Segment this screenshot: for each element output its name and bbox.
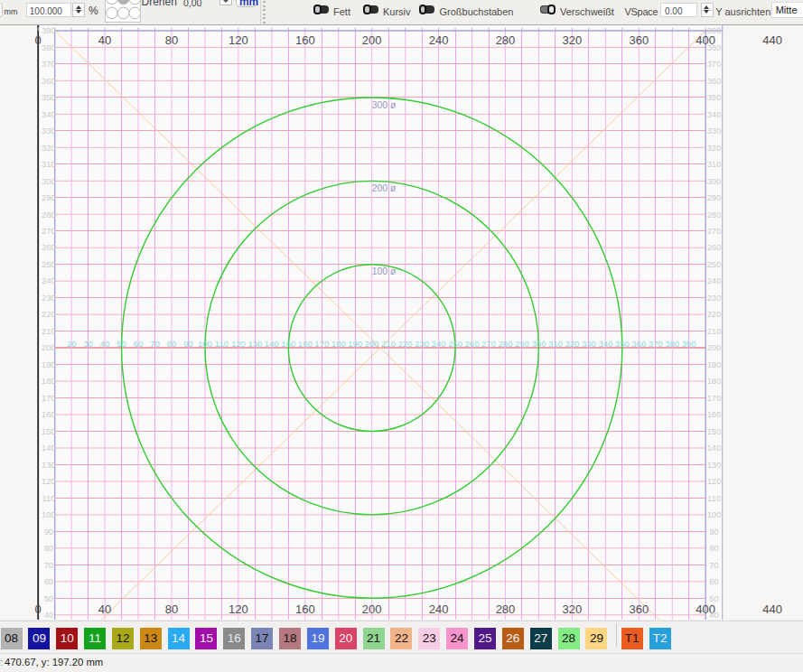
svg-text:370: 370 <box>649 339 663 349</box>
svg-text:300: 300 <box>532 339 546 349</box>
svg-text:130: 130 <box>707 461 722 470</box>
svg-text:390: 390 <box>707 26 722 35</box>
svg-text:160: 160 <box>707 410 722 419</box>
svg-text:270: 270 <box>481 339 496 349</box>
svg-text:280: 280 <box>707 210 722 219</box>
svg-text:100: 100 <box>198 339 212 349</box>
svg-text:440: 440 <box>762 33 782 47</box>
svg-text:110: 110 <box>42 494 55 503</box>
svg-text:160: 160 <box>42 410 56 419</box>
svg-text:100 ø: 100 ø <box>372 266 397 276</box>
svg-text:40: 40 <box>44 611 53 620</box>
svg-text:120: 120 <box>231 339 246 349</box>
svg-text:380: 380 <box>707 43 722 52</box>
svg-text:50: 50 <box>117 339 126 349</box>
svg-text:80: 80 <box>165 33 178 47</box>
svg-text:70: 70 <box>709 561 718 570</box>
svg-text:370: 370 <box>42 60 56 69</box>
svg-text:80: 80 <box>709 544 718 553</box>
svg-text:180: 180 <box>707 377 722 386</box>
svg-text:160: 160 <box>298 339 313 349</box>
svg-text:130: 130 <box>247 339 262 349</box>
svg-text:150: 150 <box>42 427 56 436</box>
svg-text:230: 230 <box>415 339 429 349</box>
svg-text:190: 190 <box>42 360 56 369</box>
svg-text:360: 360 <box>631 339 646 349</box>
svg-text:250: 250 <box>42 260 56 269</box>
svg-text:110: 110 <box>215 339 229 349</box>
svg-text:80: 80 <box>44 544 53 553</box>
svg-text:210: 210 <box>42 327 56 336</box>
svg-text:360: 360 <box>629 602 649 616</box>
svg-text:200 ø: 200 ø <box>372 182 397 193</box>
svg-text:440: 440 <box>762 602 782 616</box>
svg-text:100: 100 <box>707 510 722 519</box>
svg-text:140: 140 <box>265 339 279 349</box>
svg-text:240: 240 <box>429 33 449 47</box>
svg-text:40: 40 <box>709 611 718 620</box>
svg-text:320: 320 <box>565 339 579 349</box>
svg-text:30: 30 <box>83 339 93 349</box>
svg-text:270: 270 <box>42 227 56 236</box>
svg-text:330: 330 <box>42 126 56 135</box>
svg-text:300 ø: 300 ø <box>372 99 397 110</box>
svg-text:170: 170 <box>42 394 56 403</box>
svg-text:320: 320 <box>563 602 583 616</box>
svg-text:20: 20 <box>67 339 77 349</box>
svg-text:100: 100 <box>42 510 56 519</box>
svg-text:220: 220 <box>398 339 413 349</box>
svg-text:190: 190 <box>707 360 722 369</box>
svg-text:360: 360 <box>42 77 56 86</box>
svg-text:240: 240 <box>707 276 722 285</box>
svg-text:340: 340 <box>707 110 722 119</box>
svg-text:390: 390 <box>42 26 56 35</box>
svg-text:160: 160 <box>295 602 315 616</box>
svg-text:0: 0 <box>35 602 42 616</box>
svg-text:260: 260 <box>707 243 722 252</box>
svg-text:170: 170 <box>707 394 722 403</box>
svg-text:40: 40 <box>98 602 111 616</box>
svg-text:320: 320 <box>707 144 722 153</box>
svg-text:200: 200 <box>365 339 379 349</box>
svg-text:290: 290 <box>42 193 56 202</box>
svg-text:250: 250 <box>707 260 722 269</box>
svg-text:200: 200 <box>362 602 382 616</box>
svg-text:180: 180 <box>331 339 346 349</box>
svg-text:160: 160 <box>295 33 315 47</box>
svg-text:190: 190 <box>348 339 362 349</box>
svg-text:270: 270 <box>707 227 722 236</box>
svg-text:350: 350 <box>615 339 630 349</box>
svg-text:280: 280 <box>42 210 56 219</box>
svg-text:320: 320 <box>563 33 583 47</box>
svg-text:170: 170 <box>314 339 329 349</box>
svg-text:260: 260 <box>465 339 480 349</box>
svg-text:250: 250 <box>448 339 462 349</box>
svg-text:120: 120 <box>229 33 248 47</box>
svg-text:280: 280 <box>496 602 516 616</box>
svg-text:0: 0 <box>35 33 42 47</box>
svg-text:330: 330 <box>582 339 596 349</box>
svg-text:290: 290 <box>515 339 529 349</box>
svg-text:300: 300 <box>707 177 722 186</box>
svg-text:240: 240 <box>429 602 449 616</box>
svg-text:290: 290 <box>707 193 722 202</box>
svg-text:130: 130 <box>42 461 56 470</box>
svg-text:50: 50 <box>709 594 718 603</box>
svg-text:40: 40 <box>98 33 111 47</box>
svg-text:200: 200 <box>707 343 722 352</box>
svg-text:60: 60 <box>44 577 53 586</box>
svg-text:310: 310 <box>707 160 722 169</box>
svg-text:310: 310 <box>548 339 563 349</box>
svg-text:340: 340 <box>598 339 612 349</box>
svg-text:80: 80 <box>167 339 177 349</box>
svg-text:40: 40 <box>100 339 110 349</box>
svg-text:140: 140 <box>42 443 56 453</box>
svg-text:220: 220 <box>707 310 722 319</box>
svg-text:120: 120 <box>42 477 56 486</box>
svg-text:330: 330 <box>707 126 722 135</box>
svg-text:120: 120 <box>707 477 722 486</box>
svg-text:60: 60 <box>134 339 144 349</box>
svg-text:230: 230 <box>707 294 722 303</box>
svg-text:340: 340 <box>42 110 56 119</box>
svg-text:120: 120 <box>229 602 248 616</box>
